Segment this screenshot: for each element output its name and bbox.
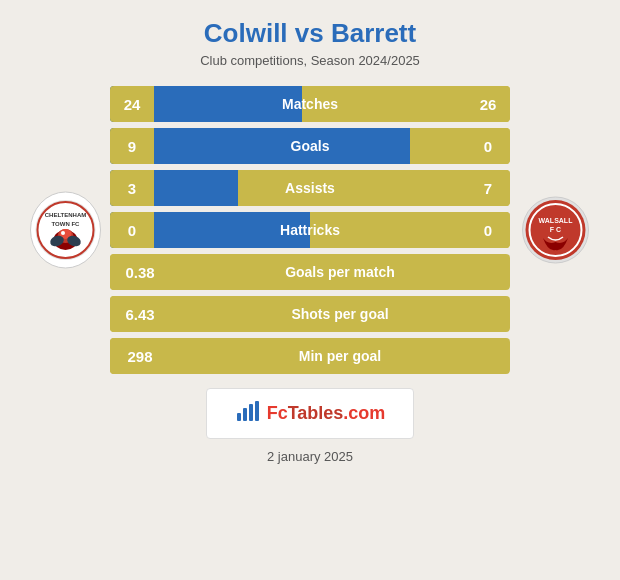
right-team-logo: WALSALL F C <box>510 190 600 270</box>
left-team-logo: CHELTENHAM TOWN FC <box>20 190 110 270</box>
svg-rect-19 <box>255 401 259 421</box>
hattricks-right-value: 0 <box>466 212 510 248</box>
page-subtitle: Club competitions, Season 2024/2025 <box>200 53 420 68</box>
brand-fc: Fc <box>267 403 288 423</box>
page-title: Colwill vs Barrett <box>204 18 416 49</box>
assists-left-value: 3 <box>110 170 154 206</box>
comparison-area: CHELTENHAM TOWN FC 24 Matches 26 <box>20 86 600 374</box>
hattricks-row: 0 Hattricks 0 <box>110 212 510 248</box>
brand-dot-com: .com <box>343 403 385 423</box>
svg-rect-17 <box>243 408 247 421</box>
brand-tables: Tables <box>288 403 344 423</box>
goals-per-match-value: 0.38 <box>110 254 170 290</box>
fctables-badge: FcTables.com <box>206 388 415 439</box>
chart-icon <box>235 399 259 428</box>
goals-per-match-label: Goals per match <box>170 264 510 280</box>
stats-area: 24 Matches 26 9 Goals 0 3 Assists 7 <box>110 86 510 374</box>
matches-row: 24 Matches 26 <box>110 86 510 122</box>
matches-right-value: 26 <box>466 86 510 122</box>
date-label: 2 january 2025 <box>267 449 353 464</box>
assists-row: 3 Assists 7 <box>110 170 510 206</box>
goals-per-match-row: 0.38 Goals per match <box>110 254 510 290</box>
matches-label: Matches <box>154 96 466 112</box>
brand-name: FcTables.com <box>267 403 386 424</box>
min-per-goal-row: 298 Min per goal <box>110 338 510 374</box>
shots-per-goal-row: 6.43 Shots per goal <box>110 296 510 332</box>
shots-per-goal-value: 6.43 <box>110 296 170 332</box>
svg-rect-16 <box>237 413 241 421</box>
assists-label: Assists <box>154 180 466 196</box>
goals-left-value: 9 <box>110 128 154 164</box>
page-container: Colwill vs Barrett Club competitions, Se… <box>0 0 620 580</box>
goals-right-value: 0 <box>466 128 510 164</box>
min-per-goal-label: Min per goal <box>170 348 510 364</box>
goals-row: 9 Goals 0 <box>110 128 510 164</box>
shots-per-goal-label: Shots per goal <box>170 306 510 322</box>
assists-right-value: 7 <box>466 170 510 206</box>
svg-point-10 <box>61 231 65 235</box>
svg-rect-18 <box>249 404 253 421</box>
hattricks-left-value: 0 <box>110 212 154 248</box>
hattricks-label: Hattricks <box>154 222 466 238</box>
svg-text:CHELTENHAM: CHELTENHAM <box>44 212 86 218</box>
svg-text:F  C: F C <box>549 226 560 233</box>
svg-text:WALSALL: WALSALL <box>538 217 573 224</box>
min-per-goal-value: 298 <box>110 338 170 374</box>
matches-left-value: 24 <box>110 86 154 122</box>
svg-text:TOWN FC: TOWN FC <box>51 221 80 227</box>
goals-label: Goals <box>154 138 466 154</box>
